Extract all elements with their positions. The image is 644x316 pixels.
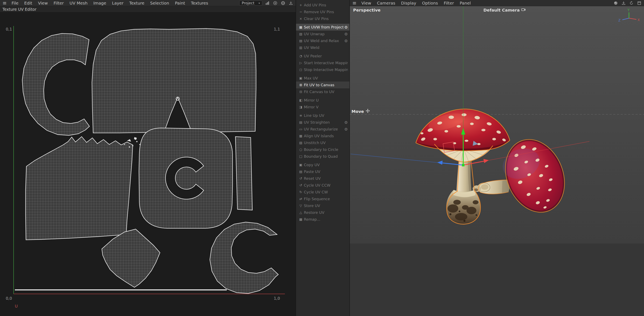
reset-icon: ↺ [298, 177, 304, 180]
align-islands-icon: ▦ [298, 134, 304, 138]
camera-label[interactable]: Default Camera [484, 8, 526, 13]
cmd-cycle-uv-ccw[interactable]: ↺Cycle UV CCW [296, 182, 350, 189]
menu-options[interactable]: Options [419, 1, 441, 6]
menu-textures[interactable]: Textures [188, 1, 211, 6]
gizmo-center-handle[interactable] [462, 164, 464, 166]
histogram-icon[interactable] [265, 1, 270, 6]
cmd-fit-uv-to-canvas[interactable]: ⊞Fit UV to Canvas [296, 82, 350, 88]
uv-editor-tabstrip: Texture UV Editor [0, 6, 296, 12]
cmd-clear-uv-pins[interactable]: ×Clear UV Pins [296, 15, 350, 22]
cmd-stop-interactive-mapping[interactable]: ◻Stop Interactive Mapping [296, 66, 350, 73]
menu-image[interactable]: Image [90, 1, 109, 6]
cmd-start-interactive-mapping[interactable]: ▷Start Interactive Mapping [296, 59, 350, 66]
cmd-remove-uv-pins[interactable]: −Remove UV Pins [296, 9, 350, 15]
viewport-3d[interactable]: Y X Z [350, 6, 644, 316]
unstitch-icon: ▧ [298, 141, 304, 145]
cmd-uv-unwrap[interactable]: ▧UV Unwrap⚙ [296, 31, 350, 37]
cmd-align-uv-islands[interactable]: ▦Align UV Islands [296, 132, 350, 139]
uv-editor-menubar: ≡ File Edit View Filter UV Mesh Image La… [0, 0, 296, 6]
menu-filter[interactable]: Filter [441, 1, 457, 6]
straighten-icon: ▤ [298, 120, 304, 124]
rotate-view-icon[interactable] [629, 1, 634, 6]
menu-paint[interactable]: Paint [172, 1, 188, 6]
cmd-mirror-v[interactable]: ◨Mirror V [296, 104, 350, 110]
nav-y-label: Y [627, 8, 630, 12]
menu-uv-mesh[interactable]: UV Mesh [66, 1, 90, 6]
cmd-boundary-to-circle[interactable]: ○Boundary to Circle [296, 146, 350, 153]
mirror-v-icon: ◨ [298, 105, 304, 109]
cmd-copy-uv[interactable]: ▣Copy UV [296, 162, 350, 168]
store-icon: ▽ [298, 204, 304, 208]
cmd-remap[interactable]: ▩Remap... [296, 216, 350, 223]
uv-corner-label-00: 0,0 [6, 296, 12, 300]
restore-icon: △ [298, 211, 304, 214]
cmd-add-uv-pins[interactable]: +Add UV Pins [296, 2, 350, 9]
uv-island-rounded-square [139, 128, 232, 228]
cmd-set-uvw-from-projection[interactable]: ▦Set UVW from Projection⚙ [296, 24, 350, 31]
cmd-uv-rectangularize[interactable]: ▭UV Rectangularize⚙ [296, 126, 350, 132]
cmd-unstitch-uv[interactable]: ▧Unstitch UV [296, 139, 350, 146]
cmd-uv-weld[interactable]: ▥UV Weld [296, 44, 350, 51]
menu-selection[interactable]: Selection [147, 1, 172, 6]
menu-display[interactable]: Display [398, 1, 419, 6]
camera-icon [521, 8, 526, 13]
import-icon[interactable] [621, 1, 626, 6]
menu-filter[interactable]: Filter [51, 1, 67, 6]
gear-icon[interactable]: ⚙ [344, 127, 348, 131]
cmd-store-uv[interactable]: ▽Store UV [296, 202, 350, 209]
sphere-icon[interactable] [613, 1, 618, 6]
gear-icon[interactable]: ⚙ [344, 25, 348, 30]
menu-edit[interactable]: Edit [22, 1, 35, 6]
menu-view[interactable]: View [35, 1, 50, 6]
projection-label[interactable]: Perspective [353, 8, 380, 13]
gear-icon[interactable]: ⚙ [344, 32, 348, 36]
maximize-view-icon[interactable] [636, 1, 642, 6]
viewport-pane: ≡ View Cameras Display Options Filter Pa… [350, 0, 644, 316]
uv-editor-tab[interactable]: Texture UV Editor [0, 7, 36, 12]
menu-texture[interactable]: Texture [126, 1, 147, 6]
menu-icon[interactable]: ≡ [0, 0, 9, 6]
cmd-uv-weld-and-relax[interactable]: ▤UV Weld and Relax⚙ [296, 37, 350, 44]
menu-layer[interactable]: Layer [109, 1, 126, 6]
uv-island-rim-strip[interactable] [15, 289, 227, 290]
line-up-icon: ≡ [298, 113, 304, 117]
menu-file[interactable]: File [9, 1, 21, 6]
viewport-gutter [350, 244, 644, 316]
paste-icon: ▤ [298, 170, 304, 174]
cmd-reset-uv[interactable]: ↺Reset UV [296, 175, 350, 182]
play-icon: ▷ [298, 61, 304, 65]
sphere-icon[interactable] [280, 1, 286, 6]
cmd-fit-canvas-to-uv[interactable]: ⊟Fit Canvas to UV [296, 88, 350, 95]
menu-icon[interactable]: ≡ [350, 0, 358, 6]
texture-uv-editor-pane: ≡ File Edit View Filter UV Mesh Image La… [0, 0, 296, 316]
unwrap-icon: ▧ [298, 32, 304, 36]
uv-canvas[interactable]: 0,1 1,1 0,0 1,0 U [0, 12, 296, 316]
copy-icon: ▣ [298, 163, 304, 167]
gear-icon[interactable]: ⚙ [344, 120, 348, 125]
uv-canvas-svg[interactable] [0, 12, 296, 316]
cmd-boundary-to-quad[interactable]: □Boundary to Quad [296, 153, 350, 160]
cmd-line-up-uv[interactable]: ≡Line Up UV [296, 112, 350, 119]
cmd-cycle-uv-cw[interactable]: ↻Cycle UV CW [296, 189, 350, 196]
menu-view[interactable]: View [358, 1, 374, 6]
cycle-cw-icon: ↻ [298, 190, 304, 194]
cmd-uv-peeler[interactable]: ◔UV Peeler [296, 53, 350, 59]
flip-icon: ⇄ [298, 197, 304, 201]
color-wheel-icon[interactable] [272, 1, 278, 6]
pin-remove-icon: − [298, 10, 304, 14]
rectangularize-icon: ▭ [298, 127, 304, 131]
gear-icon[interactable]: ⚙ [344, 39, 348, 43]
uv-corner-label-10: 1,0 [274, 296, 280, 300]
menu-panel[interactable]: Panel [457, 1, 474, 6]
cmd-restore-uv[interactable]: △Restore UV [296, 209, 350, 216]
import-icon[interactable] [288, 1, 294, 6]
project-dropdown[interactable]: Project ▾ [239, 1, 262, 6]
cycle-ccw-icon: ↺ [298, 183, 304, 187]
cmd-paste-uv[interactable]: ▤Paste UV [296, 168, 350, 175]
cmd-uv-straighten[interactable]: ▤UV Straighten⚙ [296, 119, 350, 126]
menu-cameras[interactable]: Cameras [374, 1, 398, 6]
cmd-flip-sequence[interactable]: ⇄Flip Sequence [296, 196, 350, 202]
cmd-mirror-u[interactable]: ◧Mirror U [296, 97, 350, 104]
chevron-down-icon: ▾ [258, 2, 260, 5]
cmd-max-uv[interactable]: ▣Max UV [296, 75, 350, 82]
